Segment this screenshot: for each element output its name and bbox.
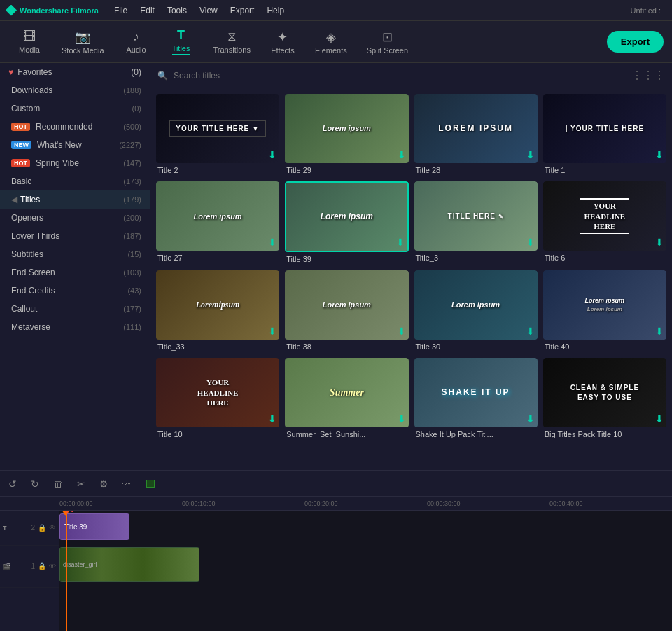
video-clip-label: disaster_girl [63,561,97,568]
time-marker-0: 00:00:00:00 [59,500,93,507]
toolbar-elements[interactable]: ◈ Elements [307,25,356,59]
thumb-text: | YOUR TITLE HERE [563,121,647,136]
card-label: Title 1 [543,163,666,176]
crop-tool[interactable] [146,480,155,488]
menu-view[interactable]: View [194,0,223,21]
search-input[interactable] [174,71,626,81]
transitions-icon: ⧖ [227,29,237,44]
lock-icon-2[interactable]: 🔒 [38,562,46,570]
thumb-text: CLEAN & SIMPLEEASY TO USE [568,380,642,405]
title-card-39[interactable]: Lorem ipsum ⬇ Title 39 [285,181,408,265]
timeline-tracks: T 2 🔒 👁 🎬 1 🔒 👁 [0,511,672,631]
export-button[interactable]: Export [607,31,664,53]
title-card-3[interactable]: TITLE HERE ✎ ⬇ Title_3 [414,181,538,265]
toolbar-split-screen[interactable]: ⊡ Split Screen [358,25,416,59]
card-label: Title 39 [285,252,408,265]
sidebar-item-callout[interactable]: Callout (177) [0,300,150,318]
title-card-2[interactable]: YOUR TITLE HERE ▼ ⬇ Title 2 [156,94,279,176]
menu-file[interactable]: File [108,0,133,21]
title-card-shakeit[interactable]: SHAKE IT UP ⬇ Shake It Up Pack Titl... [414,358,538,440]
toolbar-titles[interactable]: T Titles [160,24,202,60]
lock-icon-1[interactable]: 🔒 [38,524,46,532]
sidebar-favorites[interactable]: ♥ Favorites (0) [0,63,150,81]
menu-edit[interactable]: Edit [134,0,160,21]
logo-icon [6,5,17,16]
sidebar-item-titles[interactable]: ◀ Titles (179) [0,190,150,209]
toolbar-effects[interactable]: ✦ Effects [262,25,304,59]
sidebar-item-whats-new[interactable]: NEW What's New (2227) [0,136,150,154]
thumb-text: TITLE HERE ✎ [445,209,507,223]
sidebar-item-spring-vibe[interactable]: HOT Spring Vibe (147) [0,154,150,172]
download-icon: ⬇ [398,413,406,424]
download-icon: ⬇ [655,413,664,424]
sidebar-item-custom[interactable]: Custom (0) [0,99,150,118]
menu-bar: Wondershare Filmora File Edit Tools View… [0,0,672,21]
cut-button[interactable]: ✂ [74,476,88,492]
sidebar-item-end-screen[interactable]: End Screen (103) [0,263,150,282]
sidebar-item-recommended[interactable]: HOT Recommended (500) [0,118,150,136]
title-card-28[interactable]: LOREM IPSUM ⬇ Title 28 [414,94,538,176]
download-icon: ⬇ [655,326,664,337]
app-logo: Wondershare Filmora [6,5,99,16]
sidebar-item-metaverse[interactable]: Metaverse (111) [0,318,150,336]
sidebar-item-lower-thirds[interactable]: Lower Thirds (187) [0,227,150,245]
timeline-area: ↺ ↻ 🗑 ✂ ⚙ 〰 00:00:00:00 00:00:10:00 00:0… [0,470,672,631]
toolbar-audio[interactable]: ♪ Audio [115,25,158,58]
sidebar-item-openers[interactable]: Openers (200) [0,209,150,227]
time-marker-3: 00:00:30:00 [427,500,461,507]
grid-options-button[interactable]: ⋮⋮⋮ [631,69,665,82]
card-label: Title 38 [285,340,408,352]
menu-tools[interactable]: Tools [162,0,192,21]
settings-button[interactable]: ⚙ [97,476,111,492]
toolbar-stock-media[interactable]: 📷 Stock Media [53,25,113,59]
sidebar-item-downloads[interactable]: Downloads (188) [0,81,150,99]
eye-icon-2[interactable]: 👁 [49,562,56,570]
menu-export[interactable]: Export [225,0,260,21]
elements-label: Elements [315,46,347,55]
title-card-10[interactable]: YOURHEADLINEHERE ⬇ Title 10 [156,358,279,440]
thumb-text: Lorem ipsum [320,297,374,312]
title-card-bigtitles[interactable]: CLEAN & SIMPLEEASY TO USE ⬇ Big Titles P… [543,358,666,440]
download-icon: ⬇ [655,237,664,248]
track-label-video: 🎬 1 🔒 👁 [0,546,59,588]
title-clip-label: Title 39 [64,523,87,531]
download-icon: ⬇ [268,237,276,248]
toolbar-transitions[interactable]: ⧖ Transitions [205,25,259,58]
title-card-33[interactable]: Loremipsum ⬇ Title_33 [156,270,279,352]
title-card-1[interactable]: | YOUR TITLE HERE ⬇ Title 1 [543,94,666,176]
search-bar: 🔍 ⋮⋮⋮ [150,63,672,88]
new-badge: NEW [11,141,31,149]
track-label-title: T 2 🔒 👁 [0,511,59,546]
undo-button[interactable]: ↺ [6,476,20,492]
thumb-text: YOUR TITLE HERE ▼ [169,120,266,137]
waveform-button[interactable]: 〰 [120,476,135,492]
title-clip[interactable]: Title 39 [59,513,130,540]
playhead-line [66,511,67,631]
sidebar-item-end-credits[interactable]: End Credits (43) [0,282,150,300]
timeline-content: 00:00:00:00 00:00:10:00 00:00:20:00 00:0… [0,497,672,631]
audio-label: Audio [126,46,146,54]
sidebar-item-subtitles[interactable]: Subtitles (15) [0,245,150,263]
card-label: Title 6 [543,251,666,263]
active-arrow: ◀ [11,195,18,204]
eye-icon-1[interactable]: 👁 [49,524,56,532]
menu-help[interactable]: Help [261,0,290,21]
title-card-summer[interactable]: Summer ⬇ Summer_Set_Sunshi... [285,358,408,440]
track-icons-video: 1 🔒 👁 [31,562,56,570]
download-icon: ⬇ [268,413,276,424]
title-card-40[interactable]: Lorem ipsumLorem ipsum ⬇ Title 40 [543,270,666,352]
title-card-29[interactable]: Lorem ipsum ⬇ Title 29 [285,94,408,176]
title-card-38[interactable]: Lorem ipsum ⬇ Title 38 [285,270,408,352]
title-card-27[interactable]: Lorem ipsum ⬇ Title 27 [156,181,279,265]
sidebar: ♥ Favorites (0) Downloads (188) Custom (… [0,63,150,470]
delete-button[interactable]: 🗑 [50,476,66,492]
video-clip[interactable]: disaster_girl [59,547,200,582]
toolbar-media[interactable]: 🎞 Media [8,25,50,58]
thumb-text: Lorem ipsum [449,297,503,312]
sidebar-item-basic[interactable]: Basic (173) [0,172,150,190]
title-card-30[interactable]: Lorem ipsum ⬇ Title 30 [414,270,538,352]
media-label: Media [19,46,40,54]
title-card-6[interactable]: YOURHEADLINEHERE ⬇ Title 6 [543,181,666,265]
redo-button[interactable]: ↻ [28,476,42,492]
video-track-icon: 🎬 [3,563,10,570]
